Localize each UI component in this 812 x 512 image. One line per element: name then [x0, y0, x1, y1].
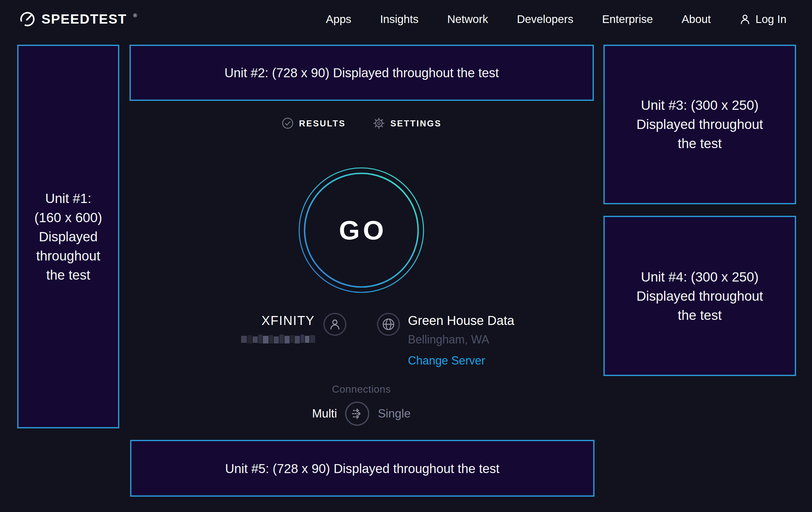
server-location: Bellingham, WA	[408, 333, 489, 347]
multi-arrows-icon	[350, 406, 365, 421]
tab-results-label: RESULTS	[299, 118, 345, 128]
tab-settings-label: SETTINGS	[390, 118, 442, 128]
provider-block: XFINITY	[119, 313, 361, 368]
tab-settings[interactable]: SETTINGS	[373, 117, 442, 130]
connections-option-multi[interactable]: Multi	[312, 407, 337, 421]
go-button[interactable]: GO	[297, 166, 426, 294]
ad-text-line: the test	[46, 265, 90, 285]
go-button-label: GO	[297, 166, 426, 294]
connections-section: Connections Multi Single	[119, 384, 603, 426]
nav-item-enterprise[interactable]: Enterprise	[602, 12, 653, 26]
ad-text-line: the test	[678, 134, 722, 153]
ad-text-line: the test	[678, 305, 722, 325]
gear-icon	[373, 117, 385, 130]
ad-text-line: Unit #4: (300 x 250)	[641, 267, 759, 286]
login-link[interactable]: Log In	[740, 12, 786, 26]
nav-item-developers[interactable]: Developers	[517, 12, 574, 26]
nav-item-apps[interactable]: Apps	[326, 12, 351, 26]
nav-item-insights[interactable]: Insights	[380, 12, 419, 26]
ad-text-line: Displayed throughout	[637, 115, 763, 134]
tab-results[interactable]: RESULTS	[281, 117, 345, 130]
nav-item-network[interactable]: Network	[447, 12, 488, 26]
ad-text-line: Unit #3: (300 x 250)	[641, 96, 759, 115]
ad-unit-4[interactable]: Unit #4: (300 x 250) Displayed throughou…	[603, 216, 796, 376]
brand-logo[interactable]: SPEEDTEST ®	[19, 11, 137, 27]
user-icon	[328, 318, 341, 331]
change-server-link[interactable]: Change Server	[408, 354, 485, 368]
ad-text-line: Unit #2: (728 x 90) Displayed throughout…	[225, 63, 499, 82]
gauge-icon	[19, 11, 36, 27]
ad-text-line: throughout	[36, 246, 100, 265]
top-nav: SPEEDTEST ® Apps Insights Network Develo…	[0, 0, 812, 38]
ad-unit-2[interactable]: Unit #2: (728 x 90) Displayed throughout…	[129, 45, 594, 101]
server-info: Green House Data Bellingham, WA Change S…	[408, 313, 515, 368]
login-label: Log In	[756, 12, 786, 26]
ad-text-line: (160 x 600)	[34, 208, 102, 227]
brand-name: SPEEDTEST	[41, 11, 127, 27]
ad-text-line: Displayed throughout	[637, 286, 763, 305]
speedtest-page: SPEEDTEST ® Apps Insights Network Develo…	[0, 0, 812, 512]
redacted-ip	[241, 332, 315, 345]
brand-trademark: ®	[133, 12, 137, 18]
connections-toggle-button[interactable]	[345, 402, 370, 426]
server-globe-badge	[377, 313, 400, 336]
provider-avatar	[323, 313, 346, 336]
nav-item-about[interactable]: About	[682, 12, 710, 26]
ad-text-line: Unit #5: (728 x 90) Displayed throughout…	[225, 459, 500, 478]
user-icon	[740, 14, 751, 25]
view-tabs: RESULTS	[119, 117, 603, 130]
nav-menu: Apps Insights Network Developers Enterpr…	[326, 12, 786, 26]
connection-meta: XFINITY	[119, 313, 603, 368]
connections-option-single[interactable]: Single	[378, 407, 411, 421]
ad-text-line: Unit #1:	[45, 189, 91, 208]
provider-name: XFINITY	[262, 314, 315, 328]
ad-unit-3[interactable]: Unit #3: (300 x 250) Displayed throughou…	[603, 45, 796, 204]
globe-icon	[381, 317, 395, 331]
server-name: Green House Data	[408, 314, 515, 328]
ad-unit-5[interactable]: Unit #5: (728 x 90) Displayed throughout…	[130, 440, 594, 497]
server-block: Green House Data Bellingham, WA Change S…	[361, 313, 603, 368]
provider-info: XFINITY	[241, 313, 315, 345]
connections-toggle-row: Multi Single	[312, 402, 411, 426]
check-circle-icon	[281, 117, 294, 130]
ad-unit-1[interactable]: Unit #1: (160 x 600) Displayed throughou…	[17, 45, 119, 428]
connections-label: Connections	[332, 384, 391, 395]
ad-text-line: Displayed	[39, 227, 97, 246]
